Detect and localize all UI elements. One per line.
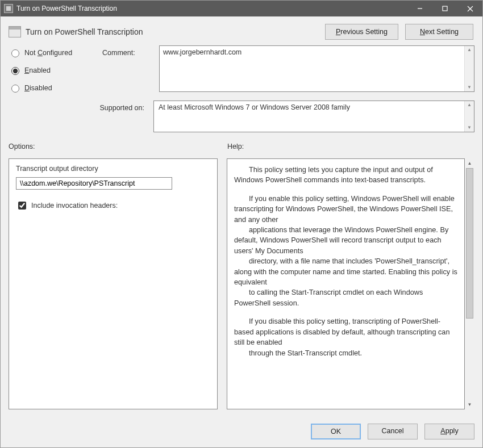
- help-text-1: This policy setting lets you capture the…: [234, 165, 457, 186]
- comment-label: Comment:: [102, 45, 153, 57]
- minimize-button[interactable]: [407, 1, 432, 16]
- comment-value[interactable]: www.jorgebernhardt.com: [160, 46, 464, 91]
- transcript-dir-input[interactable]: [16, 177, 172, 190]
- policy-title: Turn on PowerShell Transcription: [26, 27, 320, 36]
- supported-scrollbar[interactable]: ▲ ▼: [464, 101, 474, 132]
- radio-not-configured[interactable]: Not Configured: [9, 48, 97, 57]
- supported-textbox: At least Microsoft Windows 7 or Windows …: [153, 101, 474, 132]
- help-section-label: Help:: [227, 143, 244, 150]
- help-text-3a: If you disable this policy setting, tran…: [234, 316, 457, 347]
- supported-value: At least Microsoft Windows 7 or Windows …: [154, 101, 464, 132]
- help-text-2d: to calling the Start-Transcript cmdlet o…: [234, 287, 457, 308]
- apply-button[interactable]: Apply: [424, 424, 474, 439]
- svg-rect-1: [443, 6, 447, 11]
- maximize-button[interactable]: [432, 1, 457, 16]
- options-section-label: Options:: [9, 143, 227, 150]
- ok-button[interactable]: OK: [311, 424, 361, 439]
- options-panel: Transcript output directory Include invo…: [9, 158, 218, 409]
- transcript-dir-label: Transcript output directory: [16, 165, 210, 173]
- scroll-down-icon[interactable]: ▼: [467, 85, 472, 90]
- scroll-up-icon[interactable]: ▲: [467, 48, 472, 52]
- dialog-footer: OK Cancel Apply: [1, 417, 482, 447]
- titlebar: Turn on PowerShell Transcription: [1, 1, 482, 16]
- help-text-2a: If you enable this policy setting, Windo…: [234, 194, 457, 225]
- policy-dialog: Turn on PowerShell Transcription Turn on…: [0, 0, 483, 448]
- scroll-down-icon[interactable]: ▼: [465, 400, 474, 409]
- include-headers-label: Include invocation headers:: [31, 202, 118, 210]
- radio-not-configured-input[interactable]: [11, 49, 19, 57]
- comment-scrollbar[interactable]: ▲ ▼: [464, 46, 474, 91]
- include-headers-checkbox[interactable]: [18, 202, 26, 210]
- state-radios: Not Configured Enabled Disabled: [9, 45, 97, 93]
- radio-disabled-input[interactable]: [11, 85, 19, 93]
- next-setting-button[interactable]: Next Setting: [405, 24, 473, 40]
- close-button[interactable]: [457, 1, 482, 16]
- help-text-2b: applications that leverage the Windows P…: [234, 225, 457, 256]
- help-scrollbar[interactable]: ▲ ▼: [465, 158, 474, 409]
- help-text-2c: directory, with a file name that include…: [234, 256, 457, 287]
- radio-enabled-input[interactable]: [11, 67, 19, 75]
- previous-setting-button[interactable]: Previous Setting: [325, 24, 398, 40]
- scroll-thumb[interactable]: [466, 168, 473, 319]
- radio-disabled[interactable]: Disabled: [9, 83, 97, 93]
- supported-label: Supported on:: [9, 101, 148, 112]
- radio-enabled[interactable]: Enabled: [9, 65, 97, 75]
- cancel-button[interactable]: Cancel: [368, 424, 418, 439]
- comment-textbox[interactable]: www.jorgebernhardt.com ▲ ▼: [159, 45, 474, 92]
- help-panel: This policy setting lets you capture the…: [227, 158, 465, 409]
- app-icon: [4, 4, 13, 13]
- scroll-up-icon[interactable]: ▲: [467, 103, 472, 107]
- scroll-up-icon[interactable]: ▲: [465, 158, 474, 168]
- scroll-down-icon[interactable]: ▼: [467, 125, 472, 130]
- window-title: Turn on PowerShell Transcription: [16, 5, 117, 12]
- help-text-3b: through the Start-Transcript cmdlet.: [234, 348, 457, 358]
- policy-icon: [9, 26, 21, 37]
